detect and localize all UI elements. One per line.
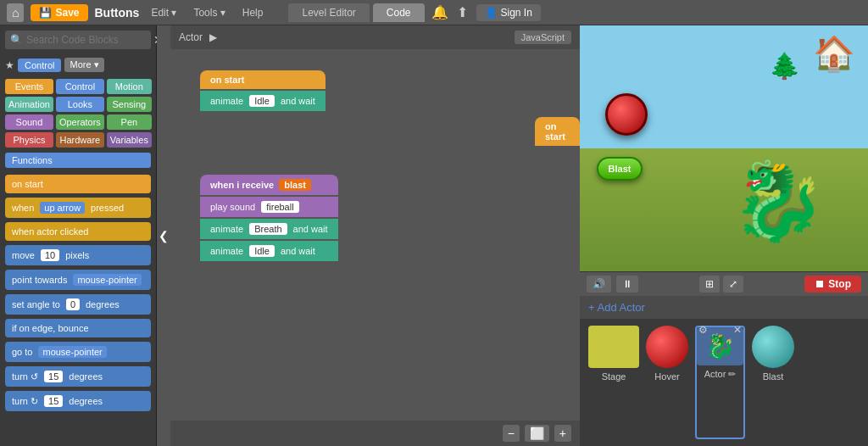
home-button[interactable]: ⌂	[7, 3, 24, 22]
actor-hover[interactable]: Hover	[646, 326, 688, 439]
category-tabs: ★ Control More ▾	[0, 54, 156, 75]
zoom-out-button[interactable]: −	[503, 425, 520, 442]
block-set-angle[interactable]: set angle to 0 degrees	[5, 294, 151, 315]
left-panel: 🔍 ✕ ★ Control More ▾ Events Control Moti…	[0, 25, 157, 446]
block-go-to[interactable]: go to mouse-pointer	[5, 342, 151, 362]
search-bar: 🔍 ✕	[5, 31, 151, 49]
script-group-2: on start	[535, 117, 580, 146]
cat-motion[interactable]: Motion	[107, 79, 152, 94]
actor-list: Stage Hover ⚙ ✕ 🐉 Actor ✏ Blast	[580, 319, 868, 446]
menu-edit[interactable]: Edit ▾	[146, 5, 181, 20]
block-categories: Events Control Motion Animation Looks Se…	[0, 75, 156, 151]
red-button[interactable]	[605, 93, 648, 136]
sign-in-button[interactable]: 👤 Sign In	[476, 4, 541, 21]
block-play-sound[interactable]: play sound fireball	[200, 197, 338, 217]
cat-events[interactable]: Events	[5, 79, 53, 94]
cat-pen[interactable]: Pen	[107, 114, 152, 130]
fullscreen-button[interactable]: ⤢	[723, 276, 743, 293]
hat-on-start-2[interactable]: on start	[535, 117, 580, 146]
cat-sound[interactable]: Sound	[5, 114, 53, 130]
block-turn-ccw[interactable]: turn ↺ 15 degrees	[5, 366, 151, 387]
script-group-1: on start animate Idle and wait	[200, 70, 326, 111]
stage-thumbnail	[588, 326, 639, 368]
app-title: Buttons	[95, 6, 140, 20]
stop-icon: ⏹	[815, 278, 825, 290]
block-turn-cw[interactable]: turn ↻ 15 degrees	[5, 391, 151, 411]
block-if-on-edge[interactable]: if on edge, bounce	[5, 319, 151, 337]
stage-label: Stage	[602, 371, 626, 382]
blast-button[interactable]: Blast	[597, 157, 643, 181]
javascript-button[interactable]: JavaScript	[515, 31, 571, 44]
canvas-header: Actor ▶ JavaScript	[170, 25, 580, 49]
game-viewport: 🏠 🌲 🐉 Blast	[580, 25, 868, 271]
star-icon[interactable]: ★	[5, 59, 14, 71]
actor-stage[interactable]: Stage	[588, 326, 639, 439]
actor-actor[interactable]: ⚙ ✕ 🐉 Actor ✏	[695, 326, 745, 439]
actor-blast[interactable]: Blast	[752, 326, 794, 439]
hat-receive-blast[interactable]: when i receive blast	[200, 175, 338, 195]
add-actor-button[interactable]: + Add Actor	[588, 301, 645, 314]
cat-control[interactable]: Control	[56, 79, 104, 94]
fit-button[interactable]: ⬜	[525, 425, 549, 442]
save-label: Save	[55, 7, 79, 19]
main-layout: 🔍 ✕ ★ Control More ▾ Events Control Moti…	[0, 25, 868, 446]
blast-label: Blast	[763, 371, 783, 382]
blast-thumbnail	[752, 326, 794, 368]
share-icon[interactable]: ⬆	[457, 4, 468, 20]
cat-sensing[interactable]: Sensing	[107, 97, 152, 112]
save-icon: 💾	[39, 7, 52, 19]
audio-button[interactable]: 🔊	[587, 276, 611, 293]
cat-variables[interactable]: Variables	[107, 132, 152, 148]
block-animate-idle[interactable]: animate Idle and wait	[200, 91, 326, 111]
topbar: ⌂ 💾 Save Buttons Edit ▾ Tools ▾ Help Lev…	[0, 0, 868, 25]
functions-button[interactable]: Functions	[5, 153, 151, 168]
canvas-area: Actor ▶ JavaScript on start animate Idle…	[170, 25, 580, 446]
actor-bar: + Add Actor	[580, 296, 868, 319]
cat-looks[interactable]: Looks	[56, 97, 104, 112]
actor-gear-icon[interactable]: ⚙	[698, 324, 708, 336]
script-canvas[interactable]: on start animate Idle and wait on start …	[170, 49, 580, 421]
game-controls-bar: 🔊 ⏸ ⊞ ⤢ ⏹ Stop	[580, 271, 868, 296]
game-tree: 🌲	[769, 51, 800, 81]
notification-icon[interactable]: 🔔	[431, 4, 448, 20]
script-group-3: when i receive blast play sound fireball…	[200, 175, 338, 261]
block-up-arrow[interactable]: when up arrow pressed	[5, 198, 151, 218]
pause-button[interactable]: ⏸	[616, 276, 638, 293]
menu-tools[interactable]: Tools ▾	[188, 5, 230, 20]
block-animate-idle-2[interactable]: animate Idle and wait	[200, 241, 338, 261]
grid-view-button[interactable]: ⊞	[699, 276, 720, 293]
actor-arrow-icon: ▶	[209, 31, 217, 43]
block-on-start[interactable]: on start	[5, 175, 151, 193]
search-icon: 🔍	[10, 34, 23, 46]
cat-operators[interactable]: Operators	[56, 114, 104, 130]
stop-button[interactable]: ⏹ Stop	[804, 276, 861, 293]
canvas-footer: − ⬜ +	[170, 421, 580, 446]
search-input[interactable]	[26, 34, 153, 46]
cat-hardware[interactable]: Hardware	[56, 132, 104, 148]
actor-label: Actor	[179, 31, 203, 43]
game-house: 🏠	[813, 34, 855, 74]
block-point-towards[interactable]: point towards mouse-pointer	[5, 270, 151, 290]
block-move[interactable]: move 10 pixels	[5, 245, 151, 265]
tab-code[interactable]: Code	[373, 3, 425, 22]
collapse-panel-button[interactable]: ❮	[157, 25, 170, 446]
tab-level-editor[interactable]: Level Editor	[288, 3, 369, 22]
menu-help[interactable]: Help	[237, 5, 269, 20]
grid-buttons: ⊞ ⤢	[699, 276, 743, 293]
cat-physics[interactable]: Physics	[5, 132, 53, 148]
cat-animation[interactable]: Animation	[5, 97, 53, 112]
tab-more[interactable]: More ▾	[64, 58, 103, 72]
zoom-in-button[interactable]: +	[554, 425, 571, 442]
save-button[interactable]: 💾 Save	[31, 4, 87, 21]
block-actor-clicked[interactable]: when actor clicked	[5, 222, 151, 241]
actor-label-text: Actor ✏	[704, 369, 737, 380]
user-icon: 👤	[485, 7, 498, 19]
blocks-list: on start when up arrow pressed when acto…	[0, 171, 156, 446]
tab-control[interactable]: Control	[18, 59, 61, 72]
game-dragon: 🐉	[731, 157, 826, 246]
hover-label: Hover	[654, 371, 679, 382]
right-panel: 🏠 🌲 🐉 Blast 🔊 ⏸ ⊞ ⤢ ⏹ Stop + Add	[580, 25, 868, 446]
block-animate-breath[interactable]: animate Breath and wait	[200, 219, 338, 239]
hat-on-start-1[interactable]: on start	[200, 70, 326, 89]
actor-close-icon[interactable]: ✕	[733, 324, 742, 336]
